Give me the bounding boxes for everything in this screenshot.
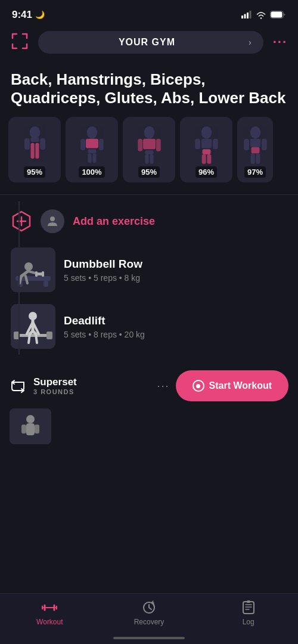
body-figure-1: [18, 125, 51, 166]
svg-rect-38: [256, 154, 260, 165]
start-workout-icon: [193, 380, 204, 392]
superset-preview-thumb: [10, 408, 51, 444]
svg-point-34: [250, 126, 260, 139]
svg-point-43: [50, 216, 55, 221]
tab-recovery[interactable]: Recovery: [100, 600, 199, 626]
body-card-5-percent: 97%: [244, 166, 266, 178]
tab-workout[interactable]: Workout: [0, 600, 100, 626]
svg-rect-60: [21, 425, 26, 434]
body-figure-3: [133, 125, 166, 166]
svg-rect-6: [271, 12, 283, 18]
svg-rect-15: [88, 150, 96, 154]
svg-rect-44: [11, 247, 55, 292]
body-card-2-percent: 100%: [79, 166, 104, 178]
svg-rect-37: [250, 154, 254, 165]
svg-rect-50: [35, 271, 38, 277]
body-figure-2: [76, 125, 108, 166]
svg-rect-35: [250, 139, 260, 147]
svg-rect-9: [30, 143, 34, 159]
svg-rect-12: [40, 138, 45, 150]
tab-log[interactable]: Log: [198, 600, 298, 626]
tab-workout-label: Workout: [36, 618, 63, 626]
svg-rect-33: [213, 139, 218, 150]
add-exercise-label: Add an exercise: [73, 215, 155, 228]
chevron-right-icon: ›: [249, 38, 252, 47]
body-card-2[interactable]: 100%: [66, 117, 118, 182]
more-options-icon[interactable]: ···: [273, 35, 287, 50]
section-divider: [0, 194, 298, 195]
status-time: 9:41: [12, 9, 32, 21]
exercise-thumb-2: [11, 304, 55, 349]
svg-point-13: [86, 126, 97, 139]
body-cards-row: 95% 100% 95%: [0, 117, 298, 182]
svg-rect-3: [250, 11, 252, 18]
exercise-info-1: Dumbbell Row 5 sets • 5 reps • 8 kg: [64, 258, 287, 283]
status-bar: 9:41 🌙: [0, 0, 298, 26]
svg-rect-39: [244, 139, 249, 150]
wifi-icon: [256, 11, 266, 19]
recovery-tab-icon: [141, 600, 157, 615]
svg-rect-1: [244, 14, 246, 19]
svg-rect-32: [195, 139, 200, 150]
svg-rect-55: [46, 332, 52, 339]
svg-rect-14: [86, 139, 98, 148]
svg-rect-63: [243, 602, 254, 614]
exercise-info-2: Deadlift 5 sets • 8 reps • 20 kg: [64, 314, 287, 339]
body-figure-5: [239, 125, 272, 166]
signal-icon: [241, 11, 252, 18]
moon-icon: 🌙: [35, 10, 45, 19]
svg-rect-8: [30, 138, 39, 142]
tab-log-label: Log: [243, 618, 254, 626]
svg-rect-10: [35, 143, 39, 159]
superset-section: Superset 3 ROUNDS ··· Start Workout: [10, 370, 288, 444]
svg-rect-30: [201, 154, 206, 164]
svg-rect-17: [92, 154, 96, 163]
svg-rect-59: [26, 423, 35, 435]
body-card-4[interactable]: 96%: [180, 117, 232, 182]
svg-rect-64: [247, 600, 250, 603]
svg-rect-29: [202, 150, 210, 155]
muscle-groups-title: Back, Hamstrings, Biceps, Quadriceps, Gl…: [0, 58, 298, 117]
svg-rect-40: [262, 139, 267, 150]
body-card-3-percent: 95%: [138, 166, 160, 178]
add-exercise-avatar: [41, 209, 64, 233]
svg-rect-2: [247, 13, 249, 18]
expand-icon[interactable]: [11, 32, 29, 52]
svg-rect-18: [80, 139, 85, 150]
add-exercise-hex-icon: [11, 210, 32, 232]
svg-point-4: [260, 17, 262, 18]
tab-bar: Workout Recovery Log: [0, 593, 298, 644]
svg-rect-19: [98, 139, 103, 150]
body-card-5[interactable]: 97%: [237, 117, 273, 182]
exercise-meta-2: 5 sets • 8 reps • 20 kg: [64, 330, 287, 339]
home-indicator: [113, 637, 185, 639]
svg-point-27: [201, 126, 212, 139]
superset-rounds: 3 ROUNDS: [33, 388, 77, 395]
svg-rect-22: [145, 150, 153, 154]
superset-previews: [10, 408, 288, 444]
svg-rect-21: [143, 139, 156, 150]
superset-more-icon[interactable]: ···: [157, 380, 170, 392]
svg-rect-23: [145, 154, 148, 164]
body-card-1[interactable]: 95%: [8, 117, 61, 182]
svg-rect-54: [14, 332, 20, 339]
gym-selector-button[interactable]: YOUR GYM ›: [38, 31, 263, 54]
tab-recovery-label: Recovery: [134, 618, 164, 626]
svg-point-58: [26, 415, 35, 423]
svg-rect-28: [201, 139, 212, 148]
header: YOUR GYM › ···: [0, 26, 298, 58]
exercise-item-1[interactable]: Dumbbell Row 5 sets • 5 reps • 8 kg: [0, 242, 298, 298]
add-exercise-row[interactable]: Add an exercise: [0, 201, 298, 242]
repeat-icon: [10, 377, 26, 394]
exercise-item-2[interactable]: Deadlift 5 sets • 8 reps • 20 kg: [0, 298, 298, 355]
svg-point-20: [144, 126, 154, 139]
gym-button-text: YOUR GYM: [50, 37, 244, 48]
body-figure-4: [190, 125, 223, 166]
log-tab-icon: [241, 600, 256, 615]
body-card-3[interactable]: 95%: [123, 117, 175, 182]
superset-title: Superset: [33, 376, 77, 388]
workout-tab-icon: [42, 600, 57, 615]
start-workout-button[interactable]: Start Workout: [176, 370, 288, 401]
svg-rect-0: [241, 16, 243, 18]
body-card-4-percent: 96%: [195, 166, 217, 178]
